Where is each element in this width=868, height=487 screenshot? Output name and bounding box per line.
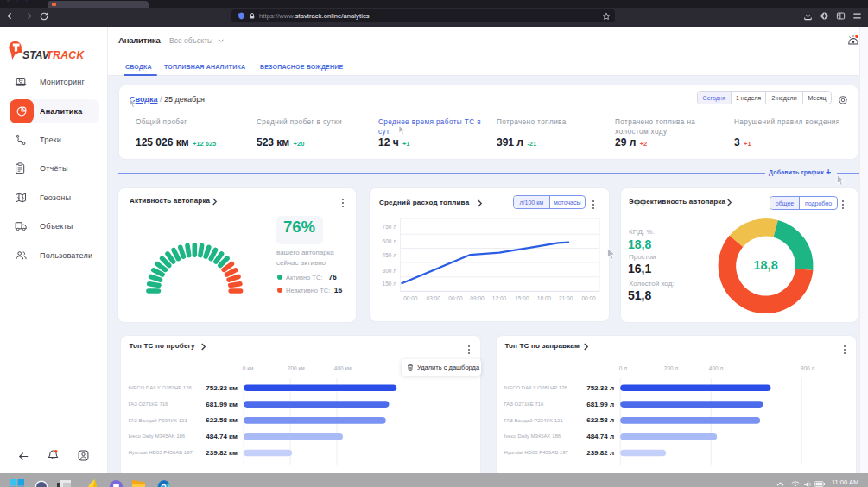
svg-text:TRACK: TRACK [47, 49, 86, 61]
